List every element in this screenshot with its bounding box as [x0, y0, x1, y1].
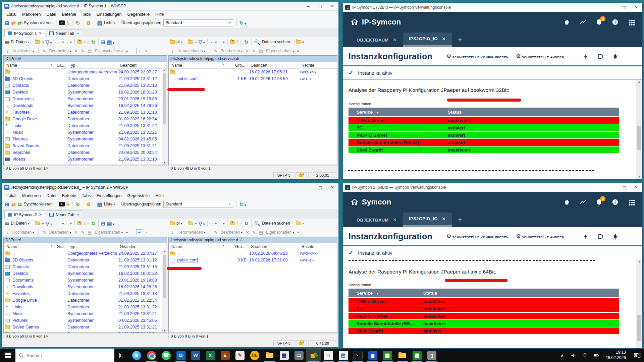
- tree-folder-icon[interactable]: [296, 40, 301, 44]
- menu-item[interactable]: Tabs: [82, 193, 91, 198]
- service-row[interactable]: Shell Zugriff deaktiviert: [348, 146, 619, 153]
- delete-icon[interactable]: ✕: [246, 49, 249, 54]
- remote-path[interactable]: /etc/systemd/system/pigpiod.service.d_/: [169, 237, 337, 243]
- open-dir-icon[interactable]: [188, 40, 193, 44]
- home-dir-icon[interactable]: ⌂: [239, 221, 243, 226]
- file-row[interactable]: Music Systemordner 21.09.2025 13:31:21: [4, 310, 167, 317]
- file-row[interactable]: Links Dateiordner 21.09.2025 13:31:22: [4, 304, 167, 310]
- search-input[interactable]: [26, 353, 100, 358]
- rename-icon[interactable]: ✎: [81, 230, 85, 235]
- close-tab-icon[interactable]: ✕: [393, 217, 397, 223]
- rename-icon[interactable]: ✎: [252, 49, 256, 54]
- wifi-icon[interactable]: [582, 352, 588, 358]
- column-size[interactable]: Gr...: [54, 243, 66, 250]
- file-row[interactable]: Searches Dateiordner 24.09.2025 20:03:54: [4, 330, 167, 333]
- tab-objektbaum[interactable]: OBJEKTBAUM✕: [351, 213, 403, 227]
- file-row[interactable]: Saved Games Dateiordner 21.09.2025 13:31…: [4, 324, 167, 330]
- overflow-chevron[interactable]: »: [126, 230, 128, 234]
- file-row[interactable]: Documents Systemordner 23.01.2026 19:19:…: [4, 96, 167, 102]
- minimize-button[interactable]: [606, 183, 618, 192]
- service-row[interactable]: 1-Wire-Server deaktiviert: [348, 298, 619, 305]
- comments-icon[interactable]: [597, 53, 604, 60]
- apps-grid-icon[interactable]: [628, 18, 635, 26]
- file-row[interactable]: Desktop Systemordner 16.02.2026 16:01:23: [4, 270, 167, 277]
- service-row[interactable]: Shell Zugriff aktiviert: [348, 327, 619, 334]
- parent-dir-icon[interactable]: [230, 222, 235, 225]
- overflow-chevron[interactable]: »: [297, 230, 299, 234]
- close-button[interactable]: [326, 183, 338, 192]
- root-dir-icon[interactable]: \: [84, 221, 85, 225]
- taskbar-app-remote-desktop[interactable]: ▭: [291, 349, 306, 362]
- scrollbar[interactable]: ▲▼: [636, 80, 642, 179]
- minimize-button[interactable]: [302, 2, 314, 10]
- file-row[interactable]: 3D Objects Dateiordner 21.09.2025 13:31:…: [4, 75, 167, 82]
- forward-icon[interactable]: →: [65, 40, 72, 44]
- taskbar-app-backup-tool[interactable]: ▣: [365, 349, 380, 362]
- forward-icon[interactable]: →: [218, 221, 225, 225]
- root-dir-icon[interactable]: /: [237, 221, 238, 225]
- menu-item[interactable]: Befehle: [62, 12, 76, 17]
- taskbar-app-ip-symcon[interactable]: ⌂: [321, 349, 336, 362]
- root-dir-icon[interactable]: /: [237, 40, 238, 44]
- add-button[interactable]: +: [136, 229, 142, 235]
- taskbar-app-edge[interactable]: e: [129, 349, 144, 362]
- file-row[interactable]: Desktop Systemordner 16.02.2026 16:01:23: [4, 89, 167, 96]
- menu-item[interactable]: Gegenstelle: [127, 12, 150, 17]
- add-tab-button[interactable]: +: [452, 213, 468, 227]
- add-tab-button[interactable]: +: [452, 33, 468, 47]
- open-dir-icon[interactable]: [188, 222, 193, 225]
- menu-item[interactable]: Markieren: [22, 12, 41, 17]
- menu-item[interactable]: Gegenstelle: [127, 193, 150, 198]
- delete-icon[interactable]: ✕: [74, 49, 78, 54]
- console-icon[interactable]: >: [59, 202, 65, 206]
- column-status[interactable]: Status: [423, 291, 619, 296]
- taskbar-app-eplan[interactable]: E: [218, 349, 232, 362]
- filter-icon[interactable]: ▽: [198, 40, 205, 45]
- refresh-dir-icon[interactable]: ↻: [244, 40, 249, 45]
- close-tab-icon[interactable]: ✕: [442, 216, 446, 222]
- filter-icon[interactable]: ▽: [198, 221, 205, 226]
- configure-interface-button[interactable]: ⚙SCHNITTSTELLE KONFIGURIEREN: [446, 234, 508, 239]
- sync-browse-icon[interactable]: ⇄: [11, 202, 16, 207]
- refresh-dir-icon[interactable]: ↻: [244, 221, 249, 226]
- local-path[interactable]: D:\Peter\: [4, 56, 167, 62]
- analytics-icon[interactable]: [579, 18, 587, 26]
- close-button[interactable]: [630, 183, 642, 192]
- menu-item[interactable]: Befehle: [62, 193, 76, 198]
- minimize-button[interactable]: [606, 3, 618, 12]
- maximize-button[interactable]: [618, 183, 630, 192]
- change-interface-button[interactable]: ⚙SCHNITTSTELLE ÄNDERN: [516, 234, 564, 239]
- remote-drive-select[interactable]: pi: [176, 40, 182, 44]
- service-row[interactable]: Serielle Schnittstelle (RS... deaktivier…: [348, 320, 619, 327]
- parent-dir-icon[interactable]: [77, 222, 82, 225]
- local-path[interactable]: D:\Peter\: [4, 237, 167, 243]
- events-bolt-icon[interactable]: [582, 53, 589, 60]
- file-row[interactable]: .. Übergeordnetes Verzeichnis 24.09.2025…: [4, 250, 167, 257]
- liste-dropdown[interactable]: Liste: [104, 202, 115, 206]
- synchronize-button[interactable]: Synchronisieren: [24, 20, 53, 25]
- column-rights[interactable]: Rechte: [299, 62, 337, 68]
- file-row[interactable]: Contacts Dateiordner 21.09.2025 13:31:13: [4, 82, 167, 89]
- encryption-lock-icon[interactable]: [296, 340, 307, 346]
- refresh-icon[interactable]: ↻: [76, 20, 80, 25]
- transfer-preset-select[interactable]: Standard▾: [163, 201, 233, 208]
- sync-browse-icon[interactable]: ⇄: [11, 20, 16, 25]
- rename-icon[interactable]: ✎: [81, 49, 85, 54]
- panel-split-icon[interactable]: ⊞: [5, 202, 9, 207]
- minimize-button[interactable]: [302, 183, 314, 192]
- title-bar[interactable]: ⌂ IP Symcon 1 (32Bit) — IP-Symcon Verwal…: [343, 3, 642, 12]
- protocol-badge[interactable]: SFTP-3: [273, 340, 294, 346]
- sync-settings-icon[interactable]: ↻: [239, 202, 246, 207]
- view-mode-icon[interactable]: ▤: [107, 221, 114, 226]
- overflow-chevron[interactable]: »: [126, 49, 128, 53]
- file-row[interactable]: Links Dateiordner 21.09.2025 13:31:22: [4, 122, 167, 129]
- home-dir-icon[interactable]: ⌂: [87, 221, 90, 226]
- home-dir-icon[interactable]: ⌂: [239, 40, 243, 45]
- file-row[interactable]: Contacts Dateiordner 21.09.2025 13:31:13: [4, 263, 167, 270]
- menu-item[interactable]: Einstellungen: [96, 12, 121, 17]
- taskbar-app-word[interactable]: W: [188, 349, 203, 362]
- file-row[interactable]: Favorites Dateiordner 21.09.2025 13:31:1…: [4, 109, 167, 116]
- synchronize-icon[interactable]: ⇄: [17, 202, 22, 207]
- file-row[interactable]: Videos Systemordner 21.09.2025 13:31:13: [4, 156, 167, 163]
- taskbar-app-excel[interactable]: X: [203, 349, 218, 362]
